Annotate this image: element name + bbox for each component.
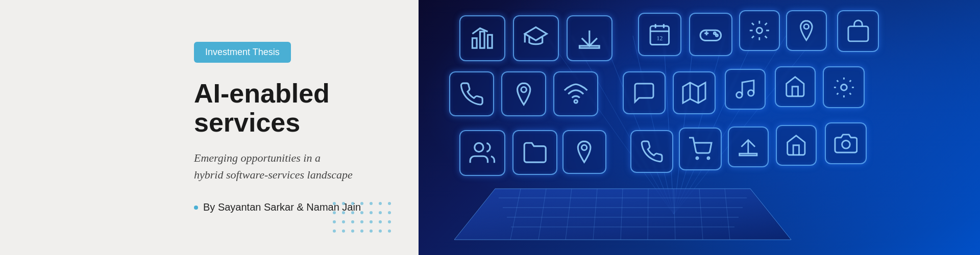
map-icon-block <box>673 71 716 114</box>
home-icon-block <box>775 66 816 107</box>
right-panel: 12 <box>419 0 980 255</box>
svg-point-48 <box>582 145 587 150</box>
svg-point-40 <box>574 100 577 103</box>
svg-point-47 <box>475 143 483 152</box>
svg-point-49 <box>696 157 698 159</box>
settings-icon-block <box>739 10 780 51</box>
svg-point-39 <box>521 87 526 92</box>
chat-icon-block <box>623 71 666 114</box>
upload-icon-block <box>728 126 769 167</box>
location2-icon-block <box>562 130 606 174</box>
subtitle: Emerging opportunities in a hybrid softw… <box>194 149 378 183</box>
phone2-icon-block <box>630 130 673 173</box>
left-panel: Investment Thesis AI-enabled services Em… <box>0 0 419 255</box>
dot-grid-decoration <box>333 202 393 235</box>
map-pin-icon-block <box>501 71 546 116</box>
svg-rect-24 <box>473 38 477 48</box>
main-title: AI-enabled services <box>194 79 378 137</box>
svg-point-34 <box>716 35 718 37</box>
svg-point-44 <box>737 92 742 98</box>
svg-point-33 <box>714 32 716 34</box>
gear-icon-block2 <box>823 66 865 108</box>
investment-thesis-badge: Investment Thesis <box>194 42 291 63</box>
bag-icon-block <box>837 10 879 52</box>
svg-point-46 <box>841 84 847 90</box>
svg-rect-25 <box>480 32 485 48</box>
wifi-icon-block <box>553 71 598 116</box>
music-icon-block <box>725 69 766 110</box>
chart-icon-block <box>459 15 505 61</box>
laptop-base <box>444 184 801 245</box>
download-icon-block <box>567 15 612 61</box>
svg-point-36 <box>756 28 762 33</box>
users-icon-block <box>459 130 505 176</box>
pin-icon-block-top <box>786 10 827 51</box>
svg-point-52 <box>842 140 850 148</box>
svg-rect-51 <box>740 154 757 156</box>
page-container: Investment Thesis AI-enabled services Em… <box>0 0 980 255</box>
gamepad-icon-block <box>689 13 732 56</box>
camera-icon-block <box>825 122 867 164</box>
svg-point-50 <box>707 157 709 159</box>
svg-rect-26 <box>488 35 493 48</box>
cart-icon-block <box>679 128 722 170</box>
home2-icon-block <box>776 125 817 166</box>
svg-point-37 <box>804 24 808 29</box>
svg-text:12: 12 <box>656 35 663 42</box>
bullet-dot-icon <box>194 206 198 210</box>
calendar-icon-block: 12 <box>638 13 681 56</box>
graduation-icon-block <box>513 15 559 61</box>
phone-icon-block <box>449 71 494 116</box>
svg-rect-38 <box>848 26 868 41</box>
svg-marker-10 <box>454 189 791 240</box>
svg-marker-41 <box>683 83 705 103</box>
folder-icon-block <box>512 130 557 175</box>
svg-point-45 <box>748 90 754 96</box>
